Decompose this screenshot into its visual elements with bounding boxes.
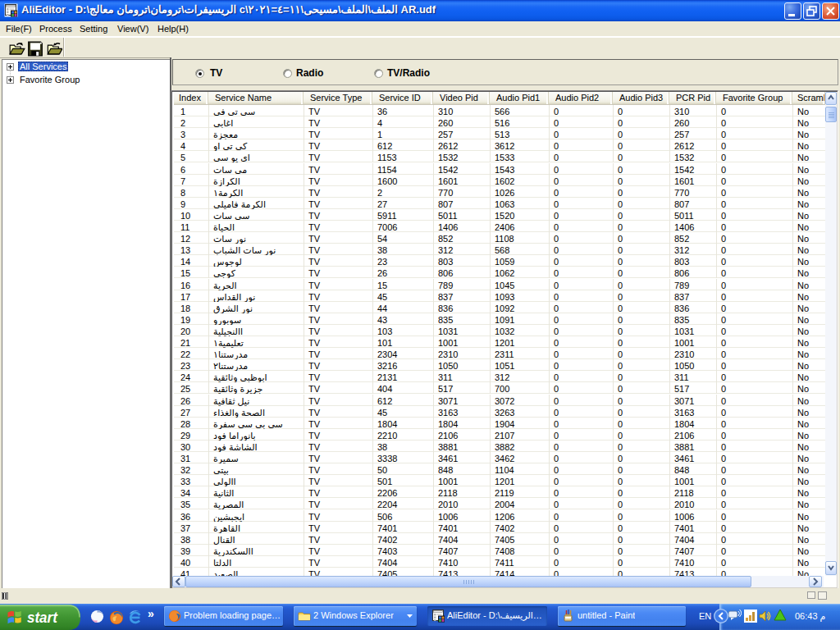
svg-text:start: start [27,609,58,626]
